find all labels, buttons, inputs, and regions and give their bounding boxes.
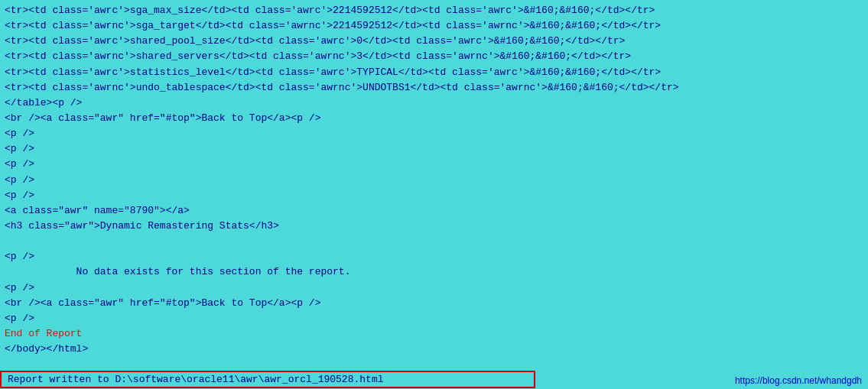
code-line: <a class="awr" name="8790"></a> [5,203,863,219]
code-line: <tr><td class='awrc'>sga_max_size</td><t… [5,3,863,18]
code-line: <h3 class="awr">Dynamic Remastering Stat… [5,219,863,234]
code-line: <tr><td class='awrc'>statistics_level</t… [5,65,863,80]
code-line: <p /> [5,157,863,172]
code-line: <p /> [5,188,863,203]
code-display: <tr><td class='awrc'>sga_max_size</td><t… [0,0,868,360]
code-line: <br /><a class="awr" href="#top">Back to… [5,111,863,126]
code-line: <tr><td class='awrnc'>sga_target</td><td… [5,18,863,34]
code-line: <p /> [5,126,863,141]
end-of-report-text: End of Report [5,328,82,339]
code-line: </table><p /> [5,96,863,111]
code-line: <p /> [5,249,863,264]
code-line: <tr><td class='awrc'>shared_pool_size</t… [5,34,863,49]
code-line: <tr><td class='awrnc'>shared_servers</td… [5,49,863,64]
code-line: <p /> [5,311,863,326]
body-html-line: </body></html> [5,342,863,357]
code-line: <p /> [5,173,863,188]
code-line: <p /> [5,280,863,296]
code-line: <tr><td class='awrnc'>undo_tablespace</t… [5,80,863,96]
code-line: <p /> [5,141,863,157]
bottom-bar: Report written to D:\software\oracle11\a… [0,369,868,389]
code-line: <br /><a class="awr" href="#top">Back to… [5,296,863,311]
watermark-text: https://blog.csdn.net/whandgdh [735,375,862,386]
code-line [5,234,863,249]
report-path: Report written to D:\software\oracle11\a… [0,371,535,388]
code-line: No data exists for this section of the r… [5,264,863,280]
